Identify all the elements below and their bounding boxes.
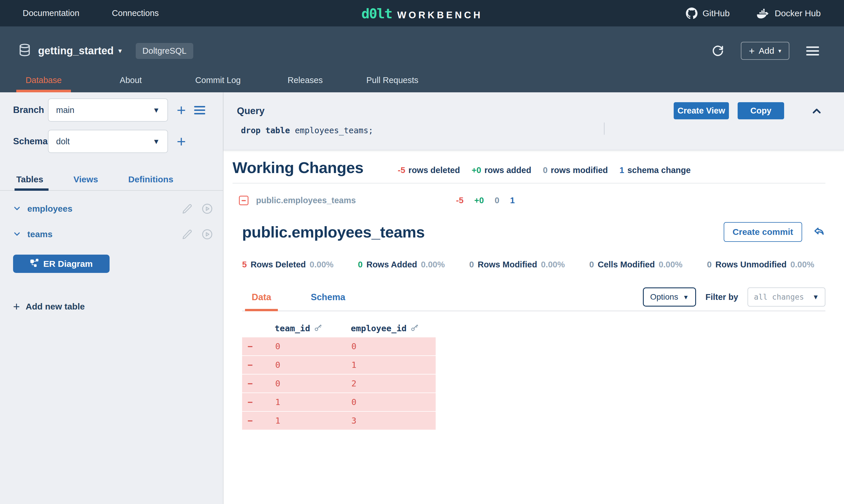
stat-rows-modified: 0Rows Modified0.00% xyxy=(469,260,565,269)
diff-section: public.employees_teams Create commit 5Ro… xyxy=(224,205,844,430)
er-diagram-icon xyxy=(30,258,39,269)
changed-table-counts: -5 +0 0 1 xyxy=(456,196,515,205)
working-changes-title: Working Changes xyxy=(232,159,364,177)
diff-toolbar-controls: Options ▼ Filter by all changes ▼ xyxy=(643,287,825,307)
dockerhub-link[interactable]: Docker Hub xyxy=(757,8,821,19)
topbar-nav: Documentation Connections xyxy=(23,8,159,18)
add-button[interactable]: + Add ▾ xyxy=(741,42,789,60)
summary-rows-deleted: -5rows deleted xyxy=(398,165,460,175)
deleted-row[interactable]: − 1 0 xyxy=(242,393,436,411)
add-schema-button[interactable]: + xyxy=(177,133,186,149)
query-title: Query xyxy=(237,105,264,116)
database-caret-down-icon[interactable]: ▾ xyxy=(118,47,122,54)
filter-value: all changes xyxy=(754,293,804,301)
deleted-row[interactable]: − 0 2 xyxy=(242,375,436,393)
refresh-button[interactable] xyxy=(712,45,724,57)
query-buttons: Create View Copy xyxy=(674,102,823,119)
query-panel: Query Create View Copy drop table employ… xyxy=(224,92,844,150)
options-button[interactable]: Options ▼ xyxy=(643,287,696,307)
copy-query-button[interactable]: Copy xyxy=(738,102,784,119)
er-diagram-button[interactable]: ER Diagram xyxy=(13,255,109,273)
deleted-row[interactable]: − 0 1 xyxy=(242,356,436,374)
table-item-employees: employees xyxy=(13,196,213,221)
tab-commit-log[interactable]: Commit Log xyxy=(174,75,262,92)
row-deleted-marker: − xyxy=(242,379,275,389)
sidebar-tab-definitions[interactable]: Definitions xyxy=(128,175,173,191)
count-added: +0 xyxy=(474,196,484,205)
dolt-workbench-logo[interactable]: d0lt WORKBENCH xyxy=(361,5,482,21)
filter-select[interactable]: all changes ▼ xyxy=(747,287,825,307)
edit-table-icon[interactable] xyxy=(182,203,193,214)
sql-keyword: drop table xyxy=(241,126,290,135)
table-name-teams[interactable]: teams xyxy=(27,229,53,239)
sidebar-tab-views[interactable]: Views xyxy=(73,175,98,191)
filter-by-label: Filter by xyxy=(705,292,738,302)
diff-actions: Create commit xyxy=(724,222,825,242)
count-deleted: -5 xyxy=(456,196,464,205)
deleted-row[interactable]: − 1 3 xyxy=(242,412,436,430)
play-table-icon[interactable] xyxy=(202,203,213,215)
add-new-table-label: Add new table xyxy=(25,302,85,311)
query-sql-text[interactable]: drop table employees_teams; xyxy=(237,126,823,135)
add-new-table-button[interactable]: + Add new table xyxy=(13,301,213,312)
divider xyxy=(232,183,825,183)
schema-field-row: Schema dolt ▼ + xyxy=(13,130,213,153)
column-header-employee-id[interactable]: employee_id xyxy=(351,323,436,334)
tab-about[interactable]: About xyxy=(87,75,174,92)
table-item-icons xyxy=(182,229,213,240)
undo-changes-icon[interactable] xyxy=(813,226,825,238)
topbar: Documentation Connections d0lt WORKBENCH… xyxy=(0,0,844,26)
play-table-icon[interactable] xyxy=(202,229,213,240)
chevron-down-icon[interactable] xyxy=(13,204,21,213)
dolt-workbench-app: Documentation Connections d0lt WORKBENCH… xyxy=(0,0,844,504)
github-link[interactable]: GitHub xyxy=(686,7,729,19)
er-diagram-label: ER Diagram xyxy=(43,259,93,269)
database-type-badge: DoltgreSQL xyxy=(136,43,193,59)
branch-menu-icon[interactable] xyxy=(194,106,205,114)
schema-label: Schema xyxy=(13,136,48,147)
chevron-down-icon[interactable] xyxy=(13,230,21,239)
table-list: employees teams xyxy=(13,196,213,247)
table-name-employees[interactable]: employees xyxy=(27,204,72,214)
create-commit-button[interactable]: Create commit xyxy=(724,222,802,242)
column-header-team-id[interactable]: team_id xyxy=(275,323,351,334)
tab-database[interactable]: Database xyxy=(0,75,87,92)
tab-pull-requests[interactable]: Pull Requests xyxy=(349,75,436,92)
tab-releases[interactable]: Releases xyxy=(262,75,349,92)
nav-connections[interactable]: Connections xyxy=(112,8,159,18)
add-branch-button[interactable]: + xyxy=(177,102,186,118)
changed-table-row[interactable]: public.employees_teams -5 +0 0 1 xyxy=(232,196,825,205)
logo-dolt-text: d0lt xyxy=(361,5,392,21)
github-label: GitHub xyxy=(703,8,729,18)
diff-tab-schema[interactable]: Schema xyxy=(304,292,352,311)
deleted-row[interactable]: − 0 0 xyxy=(242,337,436,355)
nav-documentation[interactable]: Documentation xyxy=(23,8,79,18)
working-changes-section: Working Changes -5rows deleted +0rows ad… xyxy=(224,150,844,205)
database-icon xyxy=(18,43,31,59)
topbar-external-links: GitHub Docker Hub xyxy=(686,7,821,19)
diff-data-table: team_id employee_id − 0 0 xyxy=(242,320,436,430)
options-caret-down-icon: ▼ xyxy=(683,294,689,300)
create-view-button[interactable]: Create View xyxy=(674,102,729,119)
main-content: Query Create View Copy drop table employ… xyxy=(224,92,844,504)
edit-table-icon[interactable] xyxy=(182,229,193,240)
row-deleted-marker: − xyxy=(242,341,275,351)
database-name[interactable]: getting_started xyxy=(38,45,114,57)
collapse-query-chevron-up-icon[interactable] xyxy=(811,105,823,117)
diff-table-title: public.employees_teams xyxy=(242,223,425,241)
sidebar-tab-tables[interactable]: Tables xyxy=(16,175,43,191)
sql-rest: employees_teams; xyxy=(290,126,374,135)
summary-rows-added: +0rows added xyxy=(472,165,531,175)
branch-select[interactable]: main ▼ xyxy=(48,98,168,122)
database-header-row: getting_started ▾ DoltgreSQL + Add ▾ xyxy=(0,26,844,60)
header-tabs: Database About Commit Log Releases Pull … xyxy=(0,75,436,92)
schema-select[interactable]: dolt ▼ xyxy=(48,130,168,153)
header-menu-icon[interactable] xyxy=(806,47,819,55)
stat-rows-added: 0Rows Added0.00% xyxy=(358,260,445,269)
row-deleted-marker: − xyxy=(242,416,275,426)
diff-tab-data[interactable]: Data xyxy=(245,292,278,311)
dockerhub-label: Docker Hub xyxy=(775,8,821,18)
summary-schema-change: 1schema change xyxy=(620,165,691,175)
working-changes-summary: -5rows deleted +0rows added 0rows modifi… xyxy=(398,165,691,175)
stat-cells-modified: 0Cells Modified0.00% xyxy=(589,260,683,269)
